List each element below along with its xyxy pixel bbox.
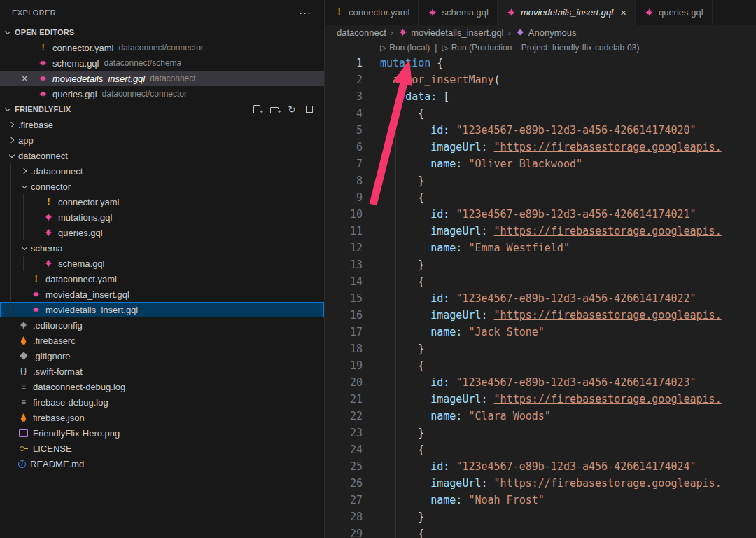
- tree-item-label: README.md: [30, 459, 84, 469]
- code-line-1[interactable]: 1mutation {: [326, 55, 756, 71]
- tree-item-dataconnect-yaml[interactable]: !dataconnect.yaml: [0, 271, 324, 287]
- code-line-9[interactable]: 9 {: [326, 189, 756, 206]
- code-line-8[interactable]: 8 }: [326, 172, 756, 189]
- tree-item-connector[interactable]: connector: [0, 179, 324, 194]
- code-token: actor_insertMany: [393, 74, 494, 86]
- breadcrumb-item-moviedetails-insert-gql[interactable]: moviedetails_insert.gql: [398, 27, 503, 38]
- code-line-13[interactable]: 13 }: [326, 256, 756, 273]
- line-number: 22: [326, 408, 380, 425]
- code-line-15[interactable]: 15 id: "123e4567-e89b-12d3-a456-42661417…: [326, 290, 756, 307]
- graphql-file-icon: [31, 289, 41, 300]
- tree-item-dataconnect-debug-log[interactable]: ≡dataconnect-debug.log: [0, 379, 324, 394]
- tree-item-dataconnect[interactable]: .dataconnect: [0, 163, 324, 179]
- code-line-25[interactable]: 25 id: "123e4567-e89b-12d3-a456-42661417…: [326, 458, 756, 475]
- tree-item-schema[interactable]: schema: [0, 240, 324, 256]
- tab-queries-gql[interactable]: queries.gql: [636, 0, 713, 25]
- code-line-21[interactable]: 21 imageUrl: "https://firebasestorage.go…: [326, 391, 756, 408]
- close-icon[interactable]: ×: [18, 71, 31, 86]
- tree-item-schema-gql[interactable]: schema.gql: [0, 256, 324, 271]
- tree-item-swift-format[interactable]: {}.swift-format: [0, 364, 324, 379]
- code-line-16[interactable]: 16 imageUrl: "https://firebasestorage.go…: [326, 307, 756, 324]
- code-line-10[interactable]: 10 id: "123e4567-e89b-12d3-a456-42661417…: [326, 206, 756, 223]
- workspace-section-header[interactable]: FRIENDLYFLIX ↻: [0, 102, 324, 117]
- code-line-24[interactable]: 24 {: [326, 441, 756, 458]
- tree-item-mutations-gql[interactable]: mutations.gql: [0, 209, 324, 225]
- open-editors-title: OPEN EDITORS: [15, 28, 74, 36]
- open-editor-item-moviedetails-insert-gql[interactable]: ×moviedetails_insert.gqldataconnect: [0, 71, 324, 86]
- tree-item-label: schema.gql: [58, 258, 104, 269]
- collapse-folders-button[interactable]: [302, 102, 317, 117]
- code-token: (: [494, 74, 500, 86]
- firebase-icon: [18, 336, 29, 346]
- code-line-2[interactable]: 2 actor_insertMany(: [326, 71, 756, 88]
- run-production-link[interactable]: ▷Run (Production – Project: friendly-fli…: [442, 43, 639, 53]
- code-line-4[interactable]: 4 {: [326, 105, 756, 122]
- code-line-20[interactable]: 20 id: "123e4567-e89b-12d3-a456-42661417…: [326, 374, 756, 391]
- tab-bar: !connector.yamlschema.gqlmoviedetails_in…: [326, 0, 756, 25]
- tab-connector-yaml[interactable]: !connector.yaml: [326, 0, 419, 25]
- more-actions-button[interactable]: ···: [299, 9, 312, 16]
- tree-item-moviedata-insert-gql[interactable]: moviedata_insert.gql: [0, 287, 324, 302]
- close-icon[interactable]: ×: [620, 6, 626, 18]
- code-line-29[interactable]: 29 {: [326, 525, 756, 538]
- new-file-button[interactable]: [249, 102, 265, 117]
- tree-item-editorconfig[interactable]: .editorconfig: [0, 317, 324, 333]
- indent-guide: [23, 256, 24, 271]
- code-token: {: [380, 359, 424, 372]
- chevron-down-icon: [2, 27, 13, 38]
- graphql-file-icon: [38, 74, 48, 84]
- code-token: [380, 410, 430, 422]
- tree-item-firebaserc[interactable]: .firebaserc: [0, 333, 324, 348]
- code-line-27[interactable]: 27 name: "Noah Frost": [326, 492, 756, 509]
- new-folder-button[interactable]: [267, 102, 282, 117]
- tree-item-readme-md[interactable]: iREADME.md: [0, 456, 324, 471]
- code-line-11[interactable]: 11 imageUrl: "https://firebasestorage.go…: [326, 223, 756, 240]
- open-editor-item-schema-gql[interactable]: schema.gqldataconnect/schema: [0, 55, 324, 71]
- line-content: {: [380, 105, 756, 122]
- code-token: {: [380, 443, 424, 456]
- tree-item-license[interactable]: LICENSE: [0, 441, 324, 456]
- code-editor[interactable]: 1mutation {2 actor_insertMany(3 data: [4…: [326, 55, 756, 538]
- tree-item-moviedetails-insert-gql[interactable]: moviedetails_insert.gql: [0, 302, 324, 317]
- image-file-icon: [18, 428, 29, 439]
- code-line-26[interactable]: 26 imageUrl: "https://firebasestorage.go…: [326, 475, 756, 492]
- breadcrumb-item-dataconnect[interactable]: dataconnect: [337, 27, 386, 38]
- code-line-12[interactable]: 12 name: "Emma Westfield": [326, 240, 756, 256]
- code-token: "Jack Stone": [468, 326, 544, 338]
- code-line-14[interactable]: 14 {: [326, 273, 756, 290]
- code-line-19[interactable]: 19 {: [326, 357, 756, 374]
- code-line-23[interactable]: 23 }: [326, 425, 756, 441]
- code-line-5[interactable]: 5 id: "123e4567-e89b-12d3-a456-426614174…: [326, 122, 756, 139]
- open-editor-name: connector.yaml: [52, 43, 113, 53]
- open-editors-section-header[interactable]: OPEN EDITORS: [0, 25, 324, 40]
- code-line-28[interactable]: 28 }: [326, 509, 756, 525]
- code-line-6[interactable]: 6 imageUrl: "https://firebasestorage.goo…: [326, 139, 756, 156]
- code-line-7[interactable]: 7 name: "Oliver Blackwood": [326, 156, 756, 172]
- code-line-22[interactable]: 22 name: "Clara Woods": [326, 408, 756, 425]
- open-editor-item-queries-gql[interactable]: queries.gqldataconnect/connector: [0, 86, 324, 102]
- tree-item-firebase-json[interactable]: firebase.json: [0, 410, 324, 425]
- code-line-17[interactable]: 17 name: "Jack Stone": [326, 324, 756, 340]
- refresh-explorer-button[interactable]: ↻: [284, 102, 300, 117]
- code-token: "123e4567-e89b-12d3-a456-426614174023": [456, 376, 696, 389]
- code-line-3[interactable]: 3 data: [: [326, 88, 756, 105]
- tree-item-dataconnect[interactable]: dataconnect: [0, 148, 324, 163]
- tree-item-app[interactable]: app: [0, 132, 324, 148]
- tree-item-gitignore[interactable]: .gitignore: [0, 348, 324, 364]
- explorer-actions: ↻: [247, 102, 317, 117]
- code-token: [488, 393, 494, 406]
- breadcrumb-item-anonymous[interactable]: Anonymous: [515, 27, 577, 38]
- tree-item-queries-gql[interactable]: queries.gql: [0, 225, 324, 240]
- code-line-18[interactable]: 18 }: [326, 340, 756, 357]
- tab-moviedetails-insert-gql[interactable]: moviedetails_insert.gql×: [498, 0, 636, 25]
- gitignore-icon: [18, 351, 29, 361]
- tree-item-friendlyflix-hero-png[interactable]: FriendlyFlix-Hero.png: [0, 425, 324, 441]
- run-local-link[interactable]: ▷Run (local): [380, 43, 430, 53]
- tree-item-firebase[interactable]: .firebase: [0, 117, 324, 132]
- tree-item-connector-yaml[interactable]: !connector.yaml: [0, 194, 324, 209]
- tab-schema-gql[interactable]: schema.gql: [419, 0, 497, 25]
- tree-item-firebase-debug-log[interactable]: ≡firebase-debug.log: [0, 394, 324, 410]
- open-editor-item-connector-yaml[interactable]: !connector.yamldataconnect/connector: [0, 40, 324, 55]
- codelens: ▷Run (local) | ▷Run (Production – Projec…: [326, 40, 756, 55]
- line-content: }: [380, 340, 756, 357]
